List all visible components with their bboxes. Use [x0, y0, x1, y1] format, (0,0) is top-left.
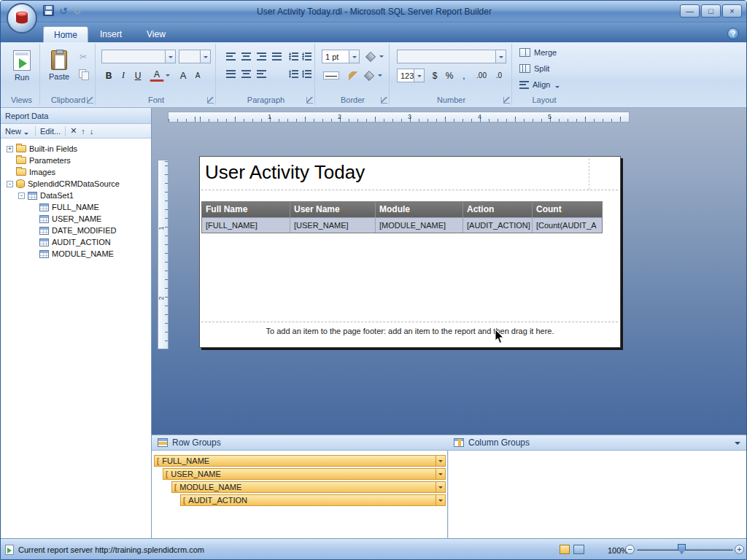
tab-view[interactable]: View: [136, 26, 176, 42]
table-header-cell[interactable]: User Name: [290, 202, 376, 217]
tree-item-field-date-modified[interactable]: DATE_MODIFIED: [1, 225, 151, 236]
move-down-icon[interactable]: ↓: [90, 127, 94, 136]
tree-item-built-in-fields[interactable]: + Built-in Fields: [1, 143, 151, 155]
table-header-cell[interactable]: Count: [533, 202, 602, 217]
tab-home[interactable]: Home: [43, 26, 88, 42]
table-data-cell[interactable]: [MODULE_NAME]: [376, 217, 463, 233]
align-bottom-button[interactable]: [254, 67, 268, 81]
copy-button[interactable]: [76, 67, 90, 81]
number-format-dropdown-icon[interactable]: [495, 50, 506, 63]
redo-icon[interactable]: ↻: [73, 6, 82, 16]
align-top-button[interactable]: [223, 67, 238, 81]
zoom-slider-handle[interactable]: [678, 544, 686, 554]
table-data-cell[interactable]: [AUDIT_ACTION]: [463, 217, 533, 233]
tree-item-field-full-name[interactable]: FULL_NAME: [1, 201, 151, 213]
table-header-cell[interactable]: Module: [376, 202, 463, 217]
run-button[interactable]: Run: [7, 47, 36, 92]
number-preset-combo[interactable]: 123: [397, 69, 425, 82]
merge-button[interactable]: Merge: [519, 48, 557, 57]
increase-decimal-button[interactable]: .00: [474, 69, 489, 82]
zoom-out-icon[interactable]: −: [625, 545, 635, 554]
border-color-button[interactable]: [362, 69, 376, 82]
tree-item-field-module-name[interactable]: MODULE_NAME: [1, 248, 151, 260]
split-button[interactable]: Split: [519, 64, 549, 73]
border-style-button[interactable]: [322, 69, 341, 82]
tree-item-datasource[interactable]: - SplendidCRMDataSource: [1, 178, 151, 190]
font-color-dropdown-icon[interactable]: [164, 69, 172, 82]
font-size-combo[interactable]: [179, 50, 211, 63]
row-group-dropdown-icon[interactable]: [436, 469, 445, 479]
bold-button[interactable]: B: [101, 69, 116, 82]
align-button[interactable]: Align: [519, 80, 562, 89]
help-icon[interactable]: ?: [727, 28, 739, 39]
delete-icon[interactable]: ✕: [70, 126, 77, 136]
fit-to-window-icon[interactable]: [573, 545, 584, 554]
percent-button[interactable]: %: [442, 69, 457, 82]
number-preset-dropdown-icon[interactable]: [414, 69, 424, 82]
table-data-cell[interactable]: [USER_NAME]: [290, 217, 376, 233]
tree-item-parameters[interactable]: Parameters: [1, 155, 151, 166]
underline-button[interactable]: U: [131, 69, 145, 82]
align-left-button[interactable]: [223, 50, 238, 63]
numbered-list-button[interactable]: [299, 67, 314, 81]
edit-button[interactable]: Edit...: [40, 127, 61, 136]
design-view-icon[interactable]: [560, 545, 570, 554]
font-color-button[interactable]: A: [150, 69, 164, 82]
paste-button[interactable]: Paste: [44, 47, 74, 92]
row-group-dropdown-icon[interactable]: [436, 456, 445, 466]
grow-font-button[interactable]: A: [176, 69, 190, 82]
new-menu-button[interactable]: New: [5, 127, 31, 136]
table-data-cell[interactable]: [Count(AUDIT_A: [533, 217, 602, 233]
increase-indent-button[interactable]: [299, 50, 314, 63]
justify-button[interactable]: [269, 50, 284, 63]
table-data-cell[interactable]: [FULL_NAME]: [202, 217, 290, 233]
move-up-icon[interactable]: ↑: [81, 127, 85, 136]
report-title-textbox[interactable]: User Activity Today: [201, 158, 589, 190]
decrease-indent-button[interactable]: [286, 50, 301, 63]
tree-item-field-user-name[interactable]: USER_NAME: [1, 213, 151, 225]
align-middle-button[interactable]: [239, 67, 253, 81]
table-header-cell[interactable]: Action: [463, 202, 533, 217]
align-dropdown-icon[interactable]: [554, 80, 562, 89]
cut-button[interactable]: ✂: [76, 50, 90, 63]
collapse-icon[interactable]: -: [7, 181, 13, 187]
row-group-item-module-name[interactable]: [ MODULE_NAME: [171, 481, 446, 493]
expand-icon[interactable]: +: [7, 146, 13, 152]
align-right-button[interactable]: [254, 50, 268, 63]
chevron-down-icon[interactable]: [732, 438, 743, 448]
minimize-button[interactable]: —: [680, 4, 700, 18]
font-size-dropdown-icon[interactable]: [200, 50, 210, 63]
row-group-item-user-name[interactable]: [ USER_NAME: [163, 468, 446, 480]
table-header-cell[interactable]: Full Name: [202, 202, 290, 217]
row-group-dropdown-icon[interactable]: [436, 482, 445, 492]
number-format-combo[interactable]: [397, 50, 506, 63]
row-group-item-full-name[interactable]: [ FULL_NAME: [154, 455, 446, 467]
font-name-combo[interactable]: [101, 50, 176, 63]
report-canvas[interactable]: User Activity Today Full Name User Name …: [199, 156, 621, 348]
zoom-in-icon[interactable]: +: [735, 545, 744, 554]
row-group-item-audit-action[interactable]: [ AUDIT_ACTION: [180, 494, 446, 506]
shrink-font-button[interactable]: A: [190, 69, 205, 82]
collapse-icon[interactable]: -: [18, 192, 25, 199]
close-button[interactable]: ×: [722, 4, 742, 18]
font-name-dropdown-icon[interactable]: [165, 50, 175, 63]
report-table[interactable]: Full Name User Name Module Action Count …: [201, 201, 603, 233]
italic-button[interactable]: I: [116, 69, 131, 82]
decrease-decimal-button[interactable]: .0: [492, 69, 506, 82]
tree-item-dataset1[interactable]: - DataSet1: [1, 190, 151, 201]
border-pen-button[interactable]: [346, 69, 360, 82]
row-group-dropdown-icon[interactable]: [436, 495, 445, 505]
tab-insert[interactable]: Insert: [90, 26, 132, 42]
border-width-dropdown-icon[interactable]: [349, 50, 359, 63]
border-color-dropdown-icon[interactable]: [376, 69, 384, 82]
undo-icon[interactable]: ↺: [59, 6, 68, 16]
border-fill-dropdown-icon[interactable]: [378, 50, 386, 63]
tree-item-images[interactable]: Images: [1, 166, 151, 178]
maximize-button[interactable]: □: [701, 4, 721, 18]
border-fill-button[interactable]: [363, 50, 378, 63]
bullet-list-button[interactable]: [286, 67, 301, 81]
comma-button[interactable]: ,: [457, 69, 471, 82]
office-button[interactable]: [7, 3, 37, 34]
currency-button[interactable]: $: [427, 69, 442, 82]
align-center-button[interactable]: [239, 50, 253, 63]
